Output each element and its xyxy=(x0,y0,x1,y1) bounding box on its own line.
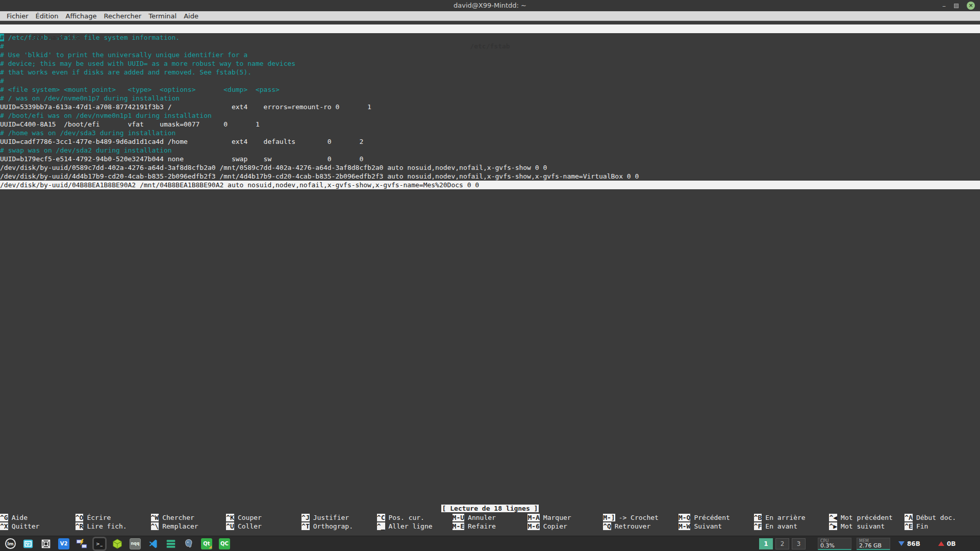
file-line: # /boot/efi was on /dev/nvme0n1p1 during… xyxy=(0,111,980,120)
download-arrow-icon xyxy=(898,541,904,546)
workspace-1[interactable]: 1 xyxy=(759,538,773,549)
file-line: # that works even if disks are added and… xyxy=(0,68,980,77)
file-content[interactable]: # /etc/fstab: static file system informa… xyxy=(0,33,980,504)
nano-shortcut: ^WChercher xyxy=(151,513,227,522)
file-line: # <file system> <mount point> <type> <op… xyxy=(0,85,980,94)
vscode-icon[interactable] xyxy=(147,538,159,549)
nano-shortcut: ^JJustifier xyxy=(301,513,377,522)
download-rate: 86B xyxy=(907,540,920,547)
cpu-applet[interactable]: CPU 0.3% xyxy=(818,538,851,550)
taskbar-launchers: lmV2>_nqqQtQC xyxy=(5,538,230,549)
file-line: UUID=5339bb7a-613a-47d1-a708-87742191f3b… xyxy=(0,103,980,111)
nano-shortcut: ^FEn avant xyxy=(754,522,830,531)
window-title: david@X99-Mintdd: ~ xyxy=(0,0,980,11)
file-line: # /etc/fstab: static file system informa… xyxy=(0,33,980,42)
nano-shortcut: ^BEn arrière xyxy=(754,513,830,522)
nano-shortcut: M-UAnnuler xyxy=(453,513,528,522)
nano-shortcut: M-ERefaire xyxy=(453,522,528,531)
workspace-3[interactable]: 3 xyxy=(792,538,806,549)
menu-bar: FichierÉditionAffichageRechercherTermina… xyxy=(0,11,980,21)
nano-shortcuts-row2: ^XQuitter^RLire fich.^\Remplacer^UColler… xyxy=(0,522,980,531)
file-line: # Use 'blkid' to print the universally u… xyxy=(0,51,980,59)
nano-shortcut: ^EFin xyxy=(904,522,980,531)
menu-item-fichier[interactable]: Fichier xyxy=(3,11,32,21)
file-line: /dev/disk/by-uuid/0589c7dd-402a-4276-a64… xyxy=(0,163,980,172)
taskbar-tray: 123 CPU 0.3% MEM 2.76 GB 86B 0B xyxy=(759,538,975,550)
nano-shortcut: ^GAide xyxy=(0,513,76,522)
v2-app-icon[interactable]: V2 xyxy=(58,538,69,549)
mem-applet[interactable]: MEM 2.76 GB xyxy=(857,538,890,550)
nano-shortcut: ^QRetrouver xyxy=(603,522,679,531)
nano-shortcut: M-AMarquer xyxy=(527,513,603,522)
terminal-content[interactable]: GNU nano 4.8 /etc/fstab # /etc/fstab: st… xyxy=(0,21,980,536)
nano-shortcut: ^_Aller ligne xyxy=(377,522,453,531)
menu-item-terminal[interactable]: Terminal xyxy=(145,11,180,21)
nano-shortcut: ^◀Mot précédent xyxy=(829,513,904,522)
minimize-button[interactable]: – xyxy=(942,3,946,8)
putty-icon[interactable] xyxy=(76,538,87,549)
maximize-button[interactable] xyxy=(954,4,959,8)
layers-app-icon[interactable] xyxy=(165,538,177,549)
file-line: UUID=b179ecf5-e514-4792-94b0-520e3247b04… xyxy=(0,155,980,163)
upload-rate: 0B xyxy=(947,540,956,547)
nano-shortcut: ^\Remplacer xyxy=(151,522,227,531)
nano-shortcut: ^CPos. cur. xyxy=(377,513,453,522)
nano-file-path: /etc/fstab xyxy=(0,42,980,51)
taskbar: lmV2>_nqqQtQC 123 CPU 0.3% MEM 2.76 GB 8… xyxy=(0,536,980,551)
nano-shortcut: ^XQuitter xyxy=(0,522,76,531)
nano-shortcut: M-QPrécédent xyxy=(679,513,754,522)
nano-titlebar: GNU nano 4.8 /etc/fstab xyxy=(0,24,980,33)
postgresql-icon[interactable] xyxy=(183,538,194,549)
file-line: # /home was on /dev/sda3 during installa… xyxy=(0,129,980,137)
file-line: /dev/disk/by-uuid/04B8BEA1B8BE90A2 /mnt/… xyxy=(0,181,980,189)
file-line: # xyxy=(0,77,980,85)
qc-app-icon[interactable]: QC xyxy=(219,538,230,549)
qt-app-icon[interactable]: Qt xyxy=(201,538,212,549)
cpu-value: 0.3% xyxy=(820,543,849,548)
nano-shortcut: ^UColler xyxy=(226,522,301,531)
nano-shortcut: ^RLire fich. xyxy=(76,522,151,531)
menu-item-rechercher[interactable]: Rechercher xyxy=(100,11,145,21)
nano-shortcut: ^ADébut doc. xyxy=(904,513,980,522)
status-message: [ Lecture de 18 lignes ] xyxy=(441,505,539,512)
menu-item-affichage[interactable]: Affichage xyxy=(62,11,100,21)
file-line: /dev/disk/by-uuid/4d4b17b9-cd20-4cab-b83… xyxy=(0,172,980,181)
upload-arrow-icon xyxy=(938,541,944,546)
nano-shortcut: ^▶Mot suivant xyxy=(829,522,904,531)
nano-shortcuts-row1: ^GAide^OÉcrire^WChercher^KCouper^JJustif… xyxy=(0,513,980,522)
menu-item-aide[interactable]: Aide xyxy=(180,11,202,21)
file-line: # swap was on /dev/sda2 during installat… xyxy=(0,146,980,155)
file-line: # device; this may be used with UUID= as… xyxy=(0,59,980,68)
file-line: # / was on /dev/nvme0n1p7 during install… xyxy=(0,94,980,103)
nano-status-line: [ Lecture de 18 lignes ] xyxy=(0,504,980,513)
titlebar[interactable]: david@X99-Mintdd: ~ – × xyxy=(0,0,980,11)
workspace-switcher: 123 xyxy=(759,538,806,549)
network-applet[interactable]: 86B 0B xyxy=(898,540,975,547)
mint-menu-icon[interactable]: lm xyxy=(5,538,16,549)
nano-shortcut: ^OÉcrire xyxy=(76,513,151,522)
terminal-icon[interactable]: >_ xyxy=(94,538,105,549)
nano-shortcut: M-6Copier xyxy=(527,522,603,531)
nano-shortcut: ^TOrthograp. xyxy=(301,522,377,531)
notepadqq-icon[interactable]: nqq xyxy=(130,538,141,549)
nano-shortcut: M-WSuivant xyxy=(679,522,754,531)
frame-app-icon[interactable] xyxy=(40,538,52,549)
nano-version: GNU nano 4.8 xyxy=(24,34,80,41)
menu-item-edition[interactable]: Édition xyxy=(32,11,62,21)
close-button[interactable]: × xyxy=(967,2,975,10)
file-line: UUID=cadf7786-3cc1-477e-b489-9d6ad1d1ca4… xyxy=(0,137,980,146)
file-line: UUID=C400-8A15 /boot/efi vfat umask=0077… xyxy=(0,120,980,129)
virtualbox-icon[interactable] xyxy=(112,538,123,549)
monitor-app-icon[interactable] xyxy=(22,538,34,549)
nano-shortcut: ^KCouper xyxy=(226,513,301,522)
workspace-2[interactable]: 2 xyxy=(775,538,789,549)
mem-value: 2.76 GB xyxy=(859,543,888,548)
terminal-window: david@X99-Mintdd: ~ – × FichierÉditionAf… xyxy=(0,0,980,536)
nano-shortcut: M-]-> Crochet xyxy=(603,513,679,522)
